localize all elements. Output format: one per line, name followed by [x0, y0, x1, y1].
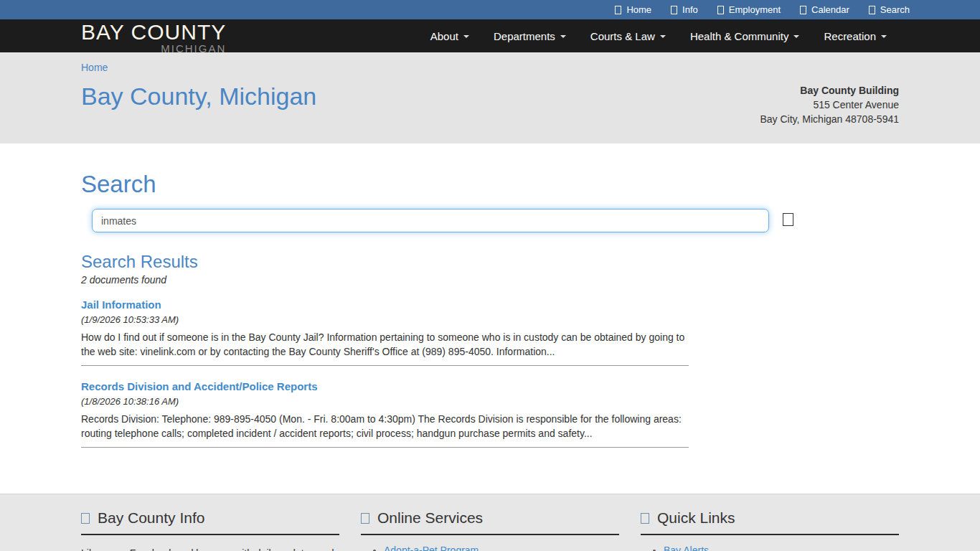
breadcrumb-home-link[interactable]: Home [81, 62, 108, 73]
page-footer: Bay County Info Like us on Facebook and … [0, 494, 980, 551]
results-count: 2 documents found [81, 274, 899, 286]
result-snippet: Records Division: Telephone: 989-895-405… [81, 412, 689, 441]
result-timestamp: (1/8/2026 10:38:16 AM) [81, 396, 689, 407]
nav-item-departments-label: Departments [494, 30, 555, 42]
nav-item-recreation-label: Recreation [824, 30, 876, 42]
chevron-down-icon [660, 35, 666, 38]
footer-heading-info-label: Bay County Info [98, 509, 204, 527]
topbar-link-calendar-label: Calendar [811, 4, 849, 15]
search-icon [869, 6, 875, 14]
quick-links-section-icon [641, 513, 649, 524]
result-timestamp: (1/9/2026 10:53:33 AM) [81, 314, 689, 325]
address-building: Bay County Building [760, 83, 899, 98]
topbar-link-home-label: Home [626, 4, 651, 15]
nav-item-departments[interactable]: Departments [481, 19, 578, 52]
nav-item-health-community-label: Health & Community [690, 30, 789, 42]
main-content: Search Search Results 2 documents found … [81, 171, 899, 448]
topbar-link-home[interactable]: Home [615, 4, 651, 15]
chevron-down-icon [881, 35, 887, 38]
result-title-link[interactable]: Jail Information [81, 298, 161, 311]
page-header: Home Bay County, Michigan Bay County Bui… [0, 52, 980, 143]
footer-heading-online-services-label: Online Services [377, 509, 483, 527]
topbar-link-info[interactable]: Info [671, 4, 698, 15]
link-bay-alerts[interactable]: Bay Alerts [664, 545, 709, 551]
footer-col-quick-links: Quick Links Bay Alerts Contact Us Crime … [641, 503, 899, 551]
result-divider [81, 365, 689, 366]
footer-col-online-services: Online Services Adopt-a-Pet Program Appl… [361, 503, 619, 551]
nav-item-about-label: About [430, 30, 458, 42]
footer-col-bay-county-info: Bay County Info Like us on Facebook and … [81, 503, 339, 551]
footer-info-text: Like us on Facebook and keep up with dai… [81, 546, 339, 551]
result-title-link[interactable]: Records Division and Accident/Police Rep… [81, 380, 318, 392]
quick-links-list: Bay Alerts Contact Us Crime Tips Employe… [641, 545, 899, 551]
services-section-icon [361, 513, 369, 524]
nav-item-about[interactable]: About [418, 19, 481, 52]
main-menu: About Departments Courts & Law Health & … [418, 19, 899, 52]
info-icon [671, 6, 677, 14]
topbar-link-search-label: Search [880, 4, 910, 15]
online-services-list: Adopt-a-Pet Program Application for Boar… [361, 545, 619, 551]
footer-heading-quick-links: Quick Links [641, 509, 899, 535]
site-logo[interactable]: BAY COUNTY MICHIGAN [81, 19, 226, 54]
county-address: Bay County Building 515 Center Avenue Ba… [760, 83, 899, 126]
footer-heading-online-services: Online Services [361, 509, 619, 535]
footer-heading-quick-links-label: Quick Links [657, 509, 735, 527]
list-item: Bay Alerts [664, 545, 899, 551]
chevron-down-icon [560, 35, 566, 38]
search-input[interactable] [92, 209, 769, 232]
utility-bar: Home Info Employment Calendar Search [0, 0, 980, 19]
nav-item-courts-law-label: Courts & Law [590, 30, 655, 42]
chevron-down-icon [793, 35, 799, 38]
employment-icon [717, 6, 724, 14]
link-adopt-a-pet[interactable]: Adopt-a-Pet Program [384, 545, 479, 551]
footer-heading-info: Bay County Info [81, 509, 339, 535]
brand-subtitle: MICHIGAN [81, 43, 226, 54]
calendar-icon [800, 6, 806, 14]
topbar-link-employment-label: Employment [729, 4, 781, 15]
search-result: Jail Information (1/9/2026 10:53:33 AM) … [81, 294, 689, 366]
chevron-down-icon [463, 35, 469, 38]
page-title: Bay County, Michigan [81, 83, 316, 110]
topbar-link-employment[interactable]: Employment [717, 4, 781, 15]
nav-item-health-community[interactable]: Health & Community [678, 19, 812, 52]
search-results-heading: Search Results [81, 252, 899, 272]
topbar-link-search[interactable]: Search [869, 4, 910, 15]
list-item: Adopt-a-Pet Program [384, 545, 619, 551]
nav-item-courts-law[interactable]: Courts & Law [578, 19, 678, 52]
result-divider [81, 447, 689, 448]
search-heading: Search [81, 171, 899, 198]
brand-name: BAY COUNTY [81, 22, 226, 43]
address-street: 515 Center Avenue [760, 98, 899, 112]
info-section-icon [81, 513, 90, 524]
topbar-link-calendar[interactable]: Calendar [800, 4, 849, 15]
search-result: Records Division and Accident/Police Rep… [81, 376, 689, 448]
search-submit-icon [783, 213, 793, 226]
address-city: Bay City, Michigan 48708-5941 [760, 112, 899, 126]
breadcrumb: Home [81, 61, 899, 74]
home-icon [615, 6, 621, 14]
main-navbar: BAY COUNTY MICHIGAN About Departments Co… [0, 19, 980, 52]
search-submit-button[interactable] [783, 213, 793, 228]
result-snippet: How do I find out if someone is in the B… [81, 330, 689, 359]
nav-item-recreation[interactable]: Recreation [811, 19, 899, 52]
topbar-link-info-label: Info [682, 4, 698, 15]
